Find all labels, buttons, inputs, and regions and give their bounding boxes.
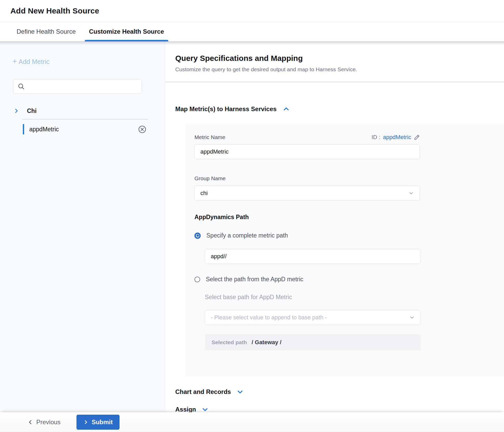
radio-label: Specify a complete metric path [206, 232, 288, 239]
search-input[interactable] [13, 79, 142, 94]
metric-name-header-row: Metric Name ID : appdMetric [194, 134, 420, 141]
submit-label: Submit [92, 419, 113, 426]
selected-path-bar: Selected path / Gateway / [205, 334, 421, 350]
chart-and-records-section-header[interactable]: Chart and Records [175, 388, 243, 395]
metric-id: ID : appdMetric [372, 134, 420, 141]
radio-selected-icon[interactable] [194, 233, 201, 239]
id-value-link[interactable]: appdMetric [383, 134, 411, 141]
chevron-down-icon [409, 315, 415, 320]
chevron-down-icon [408, 190, 414, 196]
tab-define-health-source[interactable]: Define Health Source [16, 22, 76, 41]
edit-pencil-icon[interactable] [414, 134, 420, 140]
metric-tree: Chi appdMetric [0, 105, 165, 139]
section-subtitle: Customize the query to get the desired o… [175, 66, 504, 73]
radio-label: Select the path from the AppD metric [206, 276, 303, 283]
base-path-placeholder: - Please select value to append to base … [211, 314, 409, 321]
delete-metric-icon[interactable] [138, 125, 146, 133]
metric-name-input[interactable] [194, 144, 420, 159]
tree-group-chi[interactable]: Chi [0, 105, 165, 117]
search-icon [18, 83, 25, 90]
chevron-up-icon[interactable] [283, 106, 290, 112]
map-metrics-section-header[interactable]: Map Metric(s) to Harness Services [175, 105, 290, 113]
selected-path-value: / Gateway / [252, 339, 282, 346]
chevron-down-icon[interactable] [202, 406, 208, 412]
selected-path-label: Selected path [212, 339, 247, 345]
complete-metric-path-input[interactable] [205, 249, 421, 264]
base-path-select[interactable]: - Please select value to append to base … [205, 310, 421, 325]
appdynamics-path-heading: AppDynamics Path [194, 214, 504, 221]
selected-indicator-bar [23, 124, 24, 134]
tab-customize-health-source[interactable]: Customize Health Source [88, 22, 164, 41]
tree-item-label: appdMetric [29, 126, 59, 133]
radio-complete-metric-path[interactable]: Specify a complete metric path [194, 232, 288, 239]
section-title: Query Specifications and Mapping [175, 54, 504, 63]
modal-header: Add New Health Source [0, 0, 504, 22]
chevron-left-icon [27, 419, 33, 425]
add-metric-label: Add Metric [19, 58, 50, 66]
previous-label: Previous [36, 419, 60, 426]
assign-section-header[interactable]: Assign [175, 406, 208, 412]
tab-label: Customize Health Source [89, 28, 164, 35]
tree-group-label: Chi [27, 107, 37, 114]
add-metric-button[interactable]: + Add Metric [12, 58, 50, 66]
submit-button[interactable]: Submit [76, 415, 119, 430]
group-name-label: Group Name [194, 175, 504, 182]
radio-select-appd-path[interactable]: Select the path from the AppD metric [194, 276, 303, 283]
footer-bar: Previous Submit [0, 412, 504, 432]
group-name-value: chi [200, 190, 408, 197]
metric-search [13, 79, 142, 94]
metrics-sidebar: + Add Metric Chi appdMetric [0, 41, 165, 412]
assign-title: Assign [175, 406, 196, 412]
content-area: + Add Metric Chi appdMetric [0, 41, 504, 412]
group-name-select[interactable]: chi [194, 186, 420, 201]
chevron-right-icon [83, 420, 88, 425]
divider [165, 82, 504, 82]
chart-and-records-title: Chart and Records [175, 388, 231, 395]
tab-label: Define Health Source [17, 28, 76, 35]
plus-icon: + [12, 57, 17, 65]
tree-item-appdmetric[interactable]: appdMetric [0, 119, 165, 139]
chevron-down-icon[interactable] [237, 388, 243, 395]
metric-name-label: Metric Name [194, 134, 225, 140]
chevron-right-icon [13, 108, 19, 114]
tab-bar: Define Health Source Customize Health So… [0, 22, 504, 41]
previous-button[interactable]: Previous [26, 418, 62, 426]
map-metrics-form: Metric Name ID : appdMetric Group Name c… [185, 124, 504, 376]
id-prefix-label: ID : [372, 134, 380, 141]
radio-unselected-icon[interactable] [194, 277, 200, 282]
page-title: Add New Health Source [10, 6, 99, 15]
base-path-label: Select base path for AppD Metric [205, 294, 504, 301]
query-spec-panel: Query Specifications and Mapping Customi… [165, 41, 504, 412]
map-metrics-title: Map Metric(s) to Harness Services [175, 105, 277, 113]
